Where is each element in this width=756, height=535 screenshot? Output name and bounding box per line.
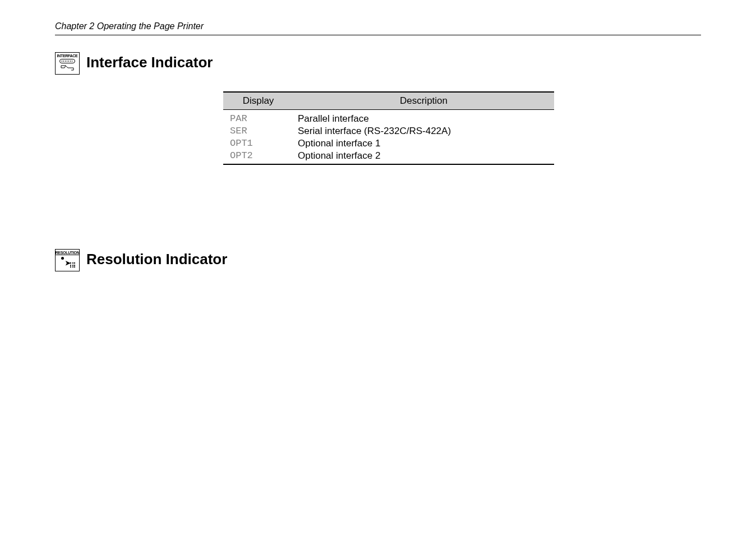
interface-cable-icon xyxy=(60,64,75,71)
table-cell-display: PAR xyxy=(223,110,293,126)
table-cell-description: Serial interface (RS-232C/RS-422A) xyxy=(293,125,554,137)
interface-section-title: Interface Indicator xyxy=(86,54,213,71)
table-cell-description: Optional interface 1 xyxy=(293,137,554,150)
interface-icon-label: INTERFACE xyxy=(57,54,78,58)
interface-icon: INTERFACE xyxy=(55,52,80,75)
table-header-display: Display xyxy=(223,92,293,110)
resolution-icon: RESOLUTION ➤ xyxy=(55,249,80,271)
interface-table: Display Description PAR Parallel interfa… xyxy=(223,91,554,165)
table-row: SER Serial interface (RS-232C/RS-422A) xyxy=(223,125,554,137)
table-cell-description: Optional interface 2 xyxy=(293,150,554,164)
table-header-row: Display Description xyxy=(223,92,554,110)
resolution-icon-label: RESOLUTION xyxy=(56,251,80,255)
interface-section: INTERFACE Interface Indicator Display De… xyxy=(55,52,701,165)
table-header-description: Description xyxy=(293,92,554,110)
interface-heading-row: INTERFACE Interface Indicator xyxy=(55,52,701,75)
table-row: OPT1 Optional interface 1 xyxy=(223,137,554,150)
interface-connector-icon xyxy=(59,59,75,63)
table-cell-description: Parallel interface xyxy=(293,110,554,126)
table-cell-display: OPT2 xyxy=(223,150,293,164)
resolution-heading-row: RESOLUTION ➤ Resolution Indicator xyxy=(55,249,701,271)
chapter-header: Chapter 2 Operating the Page Printer xyxy=(55,21,701,31)
table-row: PAR Parallel interface xyxy=(223,110,554,126)
resolution-section-title: Resolution Indicator xyxy=(86,251,227,268)
header-divider xyxy=(55,35,701,35)
interface-table-container: Display Description PAR Parallel interfa… xyxy=(223,91,701,165)
resolution-section: RESOLUTION ➤ Resolution Indicator xyxy=(55,249,701,271)
table-row: OPT2 Optional interface 2 xyxy=(223,150,554,164)
table-cell-display: OPT1 xyxy=(223,137,293,150)
resolution-graphic-icon: ➤ xyxy=(59,257,76,268)
table-cell-display: SER xyxy=(223,125,293,137)
